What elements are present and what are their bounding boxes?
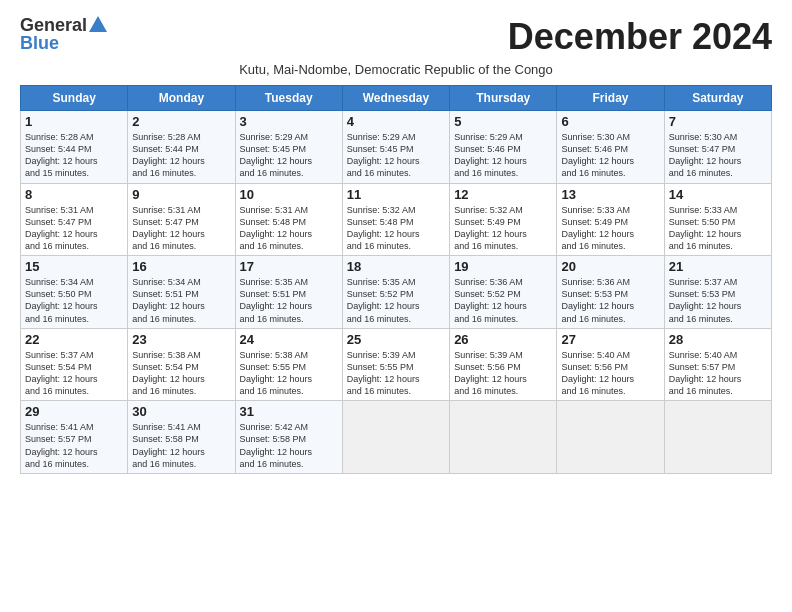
calendar-cell: 13 Sunrise: 5:33 AM Sunset: 5:49 PM Dayl… bbox=[557, 183, 664, 256]
calendar-cell: 3 Sunrise: 5:29 AM Sunset: 5:45 PM Dayli… bbox=[235, 111, 342, 184]
calendar-cell: 22 Sunrise: 5:37 AM Sunset: 5:54 PM Dayl… bbox=[21, 328, 128, 401]
calendar-cell bbox=[450, 401, 557, 474]
day-number: 13 bbox=[561, 187, 659, 202]
day-number: 15 bbox=[25, 259, 123, 274]
header-row: General Blue December 2024 bbox=[20, 16, 772, 58]
calendar-cell: 29 Sunrise: 5:41 AM Sunset: 5:57 PM Dayl… bbox=[21, 401, 128, 474]
day-number: 9 bbox=[132, 187, 230, 202]
header-day-monday: Monday bbox=[128, 86, 235, 111]
calendar-cell bbox=[664, 401, 771, 474]
day-number: 16 bbox=[132, 259, 230, 274]
calendar-cell: 17 Sunrise: 5:35 AM Sunset: 5:51 PM Dayl… bbox=[235, 256, 342, 329]
day-info: Sunrise: 5:41 AM Sunset: 5:57 PM Dayligh… bbox=[25, 421, 123, 470]
day-info: Sunrise: 5:34 AM Sunset: 5:51 PM Dayligh… bbox=[132, 276, 230, 325]
day-info: Sunrise: 5:31 AM Sunset: 5:47 PM Dayligh… bbox=[132, 204, 230, 253]
day-number: 21 bbox=[669, 259, 767, 274]
header-day-thursday: Thursday bbox=[450, 86, 557, 111]
day-number: 3 bbox=[240, 114, 338, 129]
day-number: 14 bbox=[669, 187, 767, 202]
calendar-cell: 23 Sunrise: 5:38 AM Sunset: 5:54 PM Dayl… bbox=[128, 328, 235, 401]
calendar-cell: 7 Sunrise: 5:30 AM Sunset: 5:47 PM Dayli… bbox=[664, 111, 771, 184]
day-number: 24 bbox=[240, 332, 338, 347]
day-info: Sunrise: 5:29 AM Sunset: 5:46 PM Dayligh… bbox=[454, 131, 552, 180]
calendar-week-2: 8 Sunrise: 5:31 AM Sunset: 5:47 PM Dayli… bbox=[21, 183, 772, 256]
calendar-header: SundayMondayTuesdayWednesdayThursdayFrid… bbox=[21, 86, 772, 111]
calendar-cell: 9 Sunrise: 5:31 AM Sunset: 5:47 PM Dayli… bbox=[128, 183, 235, 256]
calendar-cell: 16 Sunrise: 5:34 AM Sunset: 5:51 PM Dayl… bbox=[128, 256, 235, 329]
day-info: Sunrise: 5:29 AM Sunset: 5:45 PM Dayligh… bbox=[240, 131, 338, 180]
day-number: 7 bbox=[669, 114, 767, 129]
logo-triangle-icon bbox=[89, 16, 107, 32]
calendar-cell: 25 Sunrise: 5:39 AM Sunset: 5:55 PM Dayl… bbox=[342, 328, 449, 401]
day-number: 12 bbox=[454, 187, 552, 202]
calendar-cell: 10 Sunrise: 5:31 AM Sunset: 5:48 PM Dayl… bbox=[235, 183, 342, 256]
calendar-cell: 18 Sunrise: 5:35 AM Sunset: 5:52 PM Dayl… bbox=[342, 256, 449, 329]
calendar-cell: 15 Sunrise: 5:34 AM Sunset: 5:50 PM Dayl… bbox=[21, 256, 128, 329]
day-info: Sunrise: 5:39 AM Sunset: 5:56 PM Dayligh… bbox=[454, 349, 552, 398]
day-info: Sunrise: 5:36 AM Sunset: 5:53 PM Dayligh… bbox=[561, 276, 659, 325]
day-number: 27 bbox=[561, 332, 659, 347]
calendar-week-4: 22 Sunrise: 5:37 AM Sunset: 5:54 PM Dayl… bbox=[21, 328, 772, 401]
day-number: 20 bbox=[561, 259, 659, 274]
day-info: Sunrise: 5:33 AM Sunset: 5:50 PM Dayligh… bbox=[669, 204, 767, 253]
day-number: 10 bbox=[240, 187, 338, 202]
day-info: Sunrise: 5:37 AM Sunset: 5:53 PM Dayligh… bbox=[669, 276, 767, 325]
header-day-friday: Friday bbox=[557, 86, 664, 111]
day-info: Sunrise: 5:36 AM Sunset: 5:52 PM Dayligh… bbox=[454, 276, 552, 325]
day-number: 4 bbox=[347, 114, 445, 129]
header-day-wednesday: Wednesday bbox=[342, 86, 449, 111]
logo-blue-text: Blue bbox=[20, 34, 59, 52]
calendar-cell: 12 Sunrise: 5:32 AM Sunset: 5:49 PM Dayl… bbox=[450, 183, 557, 256]
calendar-cell: 8 Sunrise: 5:31 AM Sunset: 5:47 PM Dayli… bbox=[21, 183, 128, 256]
day-info: Sunrise: 5:41 AM Sunset: 5:58 PM Dayligh… bbox=[132, 421, 230, 470]
calendar-cell: 4 Sunrise: 5:29 AM Sunset: 5:45 PM Dayli… bbox=[342, 111, 449, 184]
calendar-cell: 31 Sunrise: 5:42 AM Sunset: 5:58 PM Dayl… bbox=[235, 401, 342, 474]
calendar-cell: 28 Sunrise: 5:40 AM Sunset: 5:57 PM Dayl… bbox=[664, 328, 771, 401]
logo-general-text: General bbox=[20, 16, 87, 34]
calendar-cell: 11 Sunrise: 5:32 AM Sunset: 5:48 PM Dayl… bbox=[342, 183, 449, 256]
day-info: Sunrise: 5:30 AM Sunset: 5:46 PM Dayligh… bbox=[561, 131, 659, 180]
subtitle: Kutu, Mai-Ndombe, Democratic Republic of… bbox=[20, 62, 772, 77]
header-day-saturday: Saturday bbox=[664, 86, 771, 111]
header-day-tuesday: Tuesday bbox=[235, 86, 342, 111]
svg-marker-0 bbox=[89, 16, 107, 32]
day-info: Sunrise: 5:42 AM Sunset: 5:58 PM Dayligh… bbox=[240, 421, 338, 470]
day-info: Sunrise: 5:37 AM Sunset: 5:54 PM Dayligh… bbox=[25, 349, 123, 398]
day-number: 17 bbox=[240, 259, 338, 274]
page-container: General Blue December 2024 Kutu, Mai-Ndo… bbox=[0, 0, 792, 484]
day-number: 8 bbox=[25, 187, 123, 202]
calendar-week-5: 29 Sunrise: 5:41 AM Sunset: 5:57 PM Dayl… bbox=[21, 401, 772, 474]
day-info: Sunrise: 5:35 AM Sunset: 5:52 PM Dayligh… bbox=[347, 276, 445, 325]
calendar-week-3: 15 Sunrise: 5:34 AM Sunset: 5:50 PM Dayl… bbox=[21, 256, 772, 329]
calendar-cell: 1 Sunrise: 5:28 AM Sunset: 5:44 PM Dayli… bbox=[21, 111, 128, 184]
day-info: Sunrise: 5:32 AM Sunset: 5:49 PM Dayligh… bbox=[454, 204, 552, 253]
header-row-days: SundayMondayTuesdayWednesdayThursdayFrid… bbox=[21, 86, 772, 111]
day-info: Sunrise: 5:28 AM Sunset: 5:44 PM Dayligh… bbox=[132, 131, 230, 180]
calendar-body: 1 Sunrise: 5:28 AM Sunset: 5:44 PM Dayli… bbox=[21, 111, 772, 474]
calendar-cell: 19 Sunrise: 5:36 AM Sunset: 5:52 PM Dayl… bbox=[450, 256, 557, 329]
day-number: 11 bbox=[347, 187, 445, 202]
calendar-week-1: 1 Sunrise: 5:28 AM Sunset: 5:44 PM Dayli… bbox=[21, 111, 772, 184]
day-info: Sunrise: 5:40 AM Sunset: 5:57 PM Dayligh… bbox=[669, 349, 767, 398]
calendar-cell: 14 Sunrise: 5:33 AM Sunset: 5:50 PM Dayl… bbox=[664, 183, 771, 256]
day-number: 19 bbox=[454, 259, 552, 274]
day-info: Sunrise: 5:38 AM Sunset: 5:54 PM Dayligh… bbox=[132, 349, 230, 398]
day-info: Sunrise: 5:40 AM Sunset: 5:56 PM Dayligh… bbox=[561, 349, 659, 398]
calendar-table: SundayMondayTuesdayWednesdayThursdayFrid… bbox=[20, 85, 772, 474]
day-info: Sunrise: 5:32 AM Sunset: 5:48 PM Dayligh… bbox=[347, 204, 445, 253]
header-day-sunday: Sunday bbox=[21, 86, 128, 111]
day-number: 2 bbox=[132, 114, 230, 129]
day-info: Sunrise: 5:34 AM Sunset: 5:50 PM Dayligh… bbox=[25, 276, 123, 325]
logo: General Blue bbox=[20, 16, 107, 52]
month-title: December 2024 bbox=[508, 16, 772, 58]
day-info: Sunrise: 5:31 AM Sunset: 5:48 PM Dayligh… bbox=[240, 204, 338, 253]
calendar-cell: 6 Sunrise: 5:30 AM Sunset: 5:46 PM Dayli… bbox=[557, 111, 664, 184]
day-number: 1 bbox=[25, 114, 123, 129]
day-number: 31 bbox=[240, 404, 338, 419]
day-number: 23 bbox=[132, 332, 230, 347]
calendar-cell: 2 Sunrise: 5:28 AM Sunset: 5:44 PM Dayli… bbox=[128, 111, 235, 184]
calendar-cell: 20 Sunrise: 5:36 AM Sunset: 5:53 PM Dayl… bbox=[557, 256, 664, 329]
day-info: Sunrise: 5:39 AM Sunset: 5:55 PM Dayligh… bbox=[347, 349, 445, 398]
day-info: Sunrise: 5:31 AM Sunset: 5:47 PM Dayligh… bbox=[25, 204, 123, 253]
day-info: Sunrise: 5:28 AM Sunset: 5:44 PM Dayligh… bbox=[25, 131, 123, 180]
